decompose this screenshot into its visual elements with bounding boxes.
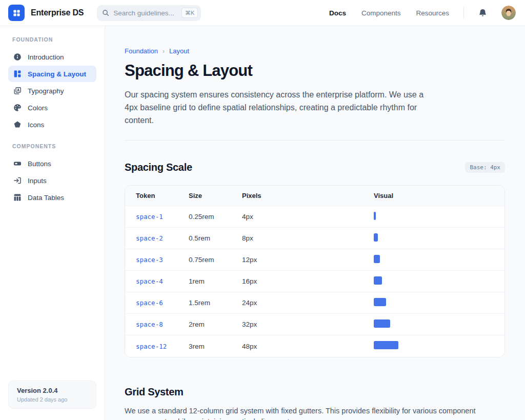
column-header-size: Size bbox=[189, 192, 242, 199]
sidebar-item-label: Icons bbox=[28, 121, 44, 129]
cell-size: 1.5rem bbox=[189, 299, 242, 307]
cell-token: space-8 bbox=[136, 321, 189, 328]
spacing-visual-bar bbox=[374, 233, 378, 242]
search-shortcut-hint: ⌘K bbox=[181, 8, 198, 18]
cell-token: space-4 bbox=[136, 277, 189, 285]
table-header-row: Token Size Pixels Visual bbox=[125, 186, 504, 206]
sidebar-item-colors[interactable]: Colors bbox=[8, 99, 96, 116]
sidebar-item-label: Buttons bbox=[28, 160, 51, 168]
brand-name: Enterprise DS bbox=[31, 8, 84, 17]
input-icon bbox=[13, 176, 22, 185]
cell-pixels: 16px bbox=[242, 277, 374, 285]
grid-system-heading: Grid System bbox=[125, 386, 505, 398]
sidebar-item-label: Typography bbox=[28, 87, 64, 95]
column-header-token: Token bbox=[136, 192, 189, 199]
notifications-bell-icon[interactable] bbox=[478, 8, 487, 17]
sidebar-section: COMPONENTS Buttons Inputs Data Tables bbox=[8, 143, 96, 206]
table-icon bbox=[13, 193, 22, 202]
sidebar-item-label: Data Tables bbox=[28, 194, 64, 202]
table-row: space-12 3rem 48px bbox=[125, 335, 504, 357]
base-unit-badge: Base: 4px bbox=[465, 162, 505, 173]
grid-system-description: We use a standard 12-column grid system … bbox=[125, 406, 505, 420]
cell-pixels: 8px bbox=[242, 234, 374, 242]
spacing-visual-bar bbox=[374, 298, 386, 306]
cell-token: space-3 bbox=[136, 256, 189, 264]
cell-size: 0.25rem bbox=[189, 213, 242, 221]
cell-token: space-2 bbox=[136, 234, 189, 242]
section-divider bbox=[125, 140, 505, 141]
search-icon bbox=[102, 9, 109, 16]
spacing-visual-bar bbox=[374, 212, 376, 220]
nav-link-resources[interactable]: Resources bbox=[416, 9, 449, 17]
cell-token: space-6 bbox=[136, 299, 189, 307]
spacing-scale-heading: Spacing Scale bbox=[125, 162, 192, 173]
sidebar-section: FOUNDATION Introduction Spacing & Layout… bbox=[8, 36, 96, 133]
version-box: Version 2.0.4 Updated 2 days ago bbox=[8, 381, 96, 409]
sidebar-item-spacing-layout[interactable]: Spacing & Layout bbox=[8, 66, 96, 82]
table-row: space-1 0.25rem 4px bbox=[125, 206, 504, 228]
palette-icon bbox=[13, 104, 22, 112]
version-updated: Updated 2 days ago bbox=[17, 396, 88, 403]
table-row: space-3 0.75rem 12px bbox=[125, 249, 504, 271]
layout-icon bbox=[13, 70, 22, 78]
brand[interactable]: Enterprise DS bbox=[8, 5, 84, 21]
cell-size: 0.5rem bbox=[189, 234, 242, 242]
sidebar-item-inputs[interactable]: Inputs bbox=[8, 172, 96, 189]
cell-token: space-1 bbox=[136, 213, 189, 221]
cell-size: 2rem bbox=[189, 321, 242, 328]
header-divider bbox=[463, 7, 464, 19]
search-box[interactable]: ⌘K bbox=[97, 5, 201, 21]
table-row: space-4 1rem 16px bbox=[125, 271, 504, 292]
search-input[interactable] bbox=[113, 9, 177, 17]
sidebar-item-data-tables[interactable]: Data Tables bbox=[8, 189, 96, 206]
table-row: space-2 0.5rem 8px bbox=[125, 228, 504, 249]
table-row: space-6 1.5rem 24px bbox=[125, 292, 504, 314]
main-content: Foundation › Layout Spacing & Layout Our… bbox=[105, 26, 525, 420]
sidebar-item-icons[interactable]: Icons bbox=[8, 116, 96, 133]
breadcrumb-link-foundation[interactable]: Foundation bbox=[125, 47, 158, 55]
spacing-visual-bar bbox=[374, 341, 398, 349]
sidebar-section-label: FOUNDATION bbox=[12, 36, 96, 43]
brand-logo-icon bbox=[8, 5, 25, 21]
page-title: Spacing & Layout bbox=[125, 62, 505, 80]
cell-pixels: 48px bbox=[242, 343, 374, 350]
column-header-pixels: Pixels bbox=[242, 192, 374, 199]
column-header-visual: Visual bbox=[374, 192, 504, 199]
sidebar-item-label: Introduction bbox=[28, 53, 64, 61]
cell-size: 3rem bbox=[189, 343, 242, 350]
sidebar-item-label: Inputs bbox=[28, 177, 47, 185]
cell-size: 1rem bbox=[189, 277, 242, 285]
typography-icon bbox=[13, 87, 22, 95]
cell-pixels: 32px bbox=[242, 321, 374, 328]
spacing-scale-table: Token Size Pixels Visual space-1 0.25rem… bbox=[125, 185, 505, 357]
user-avatar[interactable] bbox=[501, 6, 516, 20]
cell-token: space-12 bbox=[136, 343, 189, 350]
sidebar-section-label: COMPONENTS bbox=[12, 143, 96, 149]
spacing-visual-bar bbox=[374, 255, 380, 263]
button-icon bbox=[13, 159, 22, 168]
breadcrumb: Foundation › Layout bbox=[125, 47, 505, 55]
sidebar-item-introduction[interactable]: Introduction bbox=[8, 49, 96, 65]
spacing-visual-bar bbox=[374, 319, 390, 328]
nav-link-components[interactable]: Components bbox=[361, 9, 401, 17]
cell-size: 0.75rem bbox=[189, 256, 242, 264]
sidebar-item-typography[interactable]: Typography bbox=[8, 83, 96, 99]
version-number: Version 2.0.4 bbox=[17, 387, 88, 394]
spacing-visual-bar bbox=[374, 276, 382, 285]
sidebar-item-label: Colors bbox=[28, 104, 48, 112]
breadcrumb-separator-icon: › bbox=[163, 48, 165, 55]
sidebar-item-buttons[interactable]: Buttons bbox=[8, 155, 96, 172]
cell-pixels: 12px bbox=[242, 256, 374, 264]
breadcrumb-link-layout[interactable]: Layout bbox=[169, 47, 189, 55]
cell-pixels: 24px bbox=[242, 299, 374, 307]
cell-pixels: 4px bbox=[242, 213, 374, 221]
app-header: Enterprise DS ⌘K DocsComponentsResources bbox=[0, 0, 525, 26]
sidebar-item-label: Spacing & Layout bbox=[28, 70, 86, 78]
page-intro: Our spacing system ensures consistency a… bbox=[125, 89, 438, 127]
header-nav: DocsComponentsResources bbox=[329, 9, 449, 17]
table-row: space-8 2rem 32px bbox=[125, 314, 504, 335]
nav-link-docs[interactable]: Docs bbox=[329, 9, 346, 17]
pentagon-icon bbox=[13, 121, 22, 129]
sidebar: FOUNDATION Introduction Spacing & Layout… bbox=[0, 26, 105, 420]
info-icon bbox=[13, 53, 22, 61]
